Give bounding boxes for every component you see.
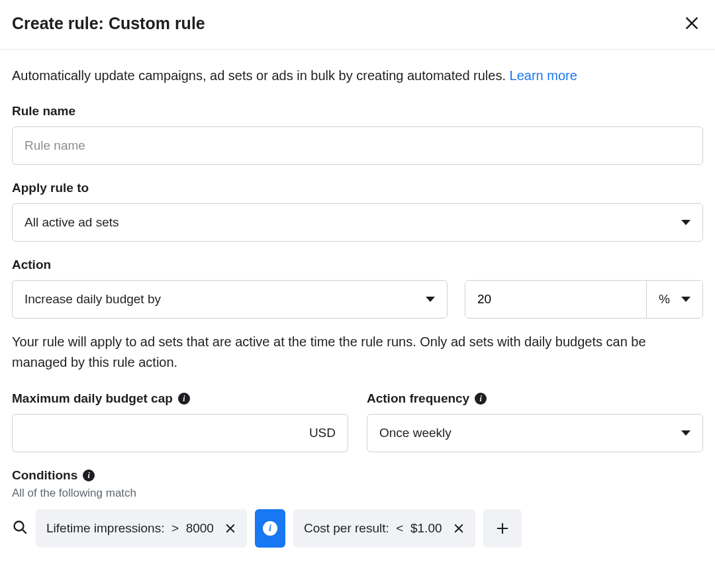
add-condition-button[interactable] (483, 509, 522, 548)
search-icon (12, 519, 28, 535)
currency-label: USD (309, 426, 336, 440)
action-unit-value: % (659, 292, 670, 307)
intro-copy: Automatically update campaigns, ad sets … (12, 68, 510, 83)
info-icon[interactable]: i (83, 469, 95, 481)
frequency-select[interactable]: Once weekly (367, 414, 703, 452)
action-type-select[interactable]: Increase daily budget by (12, 280, 448, 318)
action-help-text: Your rule will apply to ad sets that are… (12, 332, 703, 373)
budget-cap-label-text: Maximum daily budget cap (12, 391, 173, 406)
info-icon: i (263, 521, 277, 536)
intro-text: Automatically update campaigns, ad sets … (12, 66, 703, 85)
rule-name-section: Rule name (12, 104, 703, 165)
remove-condition-button[interactable] (224, 522, 236, 534)
rule-name-label: Rule name (12, 104, 703, 119)
plus-icon (495, 521, 510, 536)
chevron-down-icon (681, 297, 691, 302)
svg-line-3 (23, 530, 26, 534)
action-label: Action (12, 258, 703, 272)
action-section: Action Increase daily budget by % Your r… (12, 258, 703, 373)
close-icon (224, 522, 236, 534)
condition-chip[interactable]: Cost per result: < $1.00 (293, 509, 475, 548)
apply-to-value: All active ad sets (24, 215, 119, 230)
action-unit-select[interactable]: % (646, 281, 702, 318)
apply-to-label: Apply rule to (12, 181, 703, 195)
action-type-value: Increase daily budget by (24, 292, 161, 307)
modal-header: Create rule: Custom rule (0, 0, 715, 50)
info-icon[interactable]: i (178, 393, 190, 405)
budget-cap-section: Maximum daily budget cap i USD (12, 391, 348, 452)
condition-chip[interactable]: Lifetime impressions: > 8000 (36, 509, 247, 548)
conditions-search-button[interactable] (12, 516, 28, 540)
info-icon[interactable]: i (475, 393, 487, 405)
apply-to-select[interactable]: All active ad sets (12, 203, 703, 242)
close-icon (453, 522, 465, 534)
condition-text: Lifetime impressions: > 8000 (46, 521, 214, 536)
chevron-down-icon (681, 220, 691, 225)
conditions-label: Conditions i (12, 468, 703, 483)
frequency-label: Action frequency i (367, 391, 703, 406)
remove-condition-button[interactable] (453, 522, 465, 534)
chevron-down-icon (681, 430, 691, 436)
close-button[interactable] (681, 12, 703, 34)
budget-cap-input[interactable] (24, 415, 309, 452)
budget-frequency-row: Maximum daily budget cap i USD Action fr… (12, 391, 703, 452)
modal-body: Automatically update campaigns, ad sets … (0, 50, 715, 570)
rule-name-input[interactable] (12, 126, 703, 165)
action-value-input[interactable] (465, 281, 646, 318)
chevron-down-icon (426, 297, 435, 302)
conditions-section: Conditions i All of the following match … (12, 468, 703, 548)
frequency-section: Action frequency i Once weekly (367, 391, 703, 452)
conditions-label-text: Conditions (12, 468, 77, 483)
close-icon (683, 15, 700, 32)
action-value-group: % (465, 280, 703, 318)
modal-title: Create rule: Custom rule (12, 14, 205, 33)
condition-info-badge[interactable]: i (255, 509, 285, 548)
budget-cap-input-wrap: USD (12, 414, 348, 452)
apply-to-section: Apply rule to All active ad sets (12, 181, 703, 242)
conditions-subtext: All of the following match (12, 487, 703, 500)
condition-text: Cost per result: < $1.00 (304, 521, 442, 536)
conditions-row: Lifetime impressions: > 8000 i Cost per … (12, 509, 703, 548)
learn-more-link[interactable]: Learn more (510, 68, 577, 83)
frequency-label-text: Action frequency (367, 391, 469, 406)
budget-cap-label: Maximum daily budget cap i (12, 391, 348, 406)
frequency-value: Once weekly (379, 426, 452, 440)
